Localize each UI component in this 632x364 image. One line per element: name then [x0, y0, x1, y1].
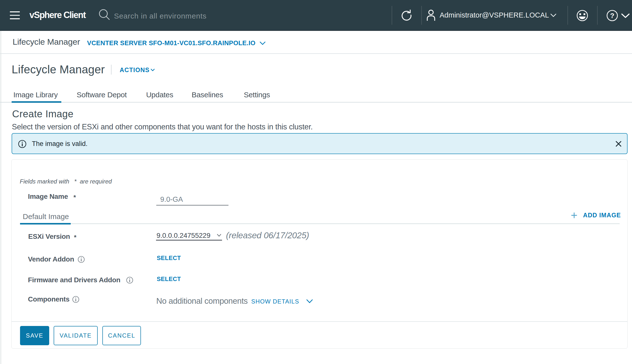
- svg-text:?: ?: [610, 12, 614, 20]
